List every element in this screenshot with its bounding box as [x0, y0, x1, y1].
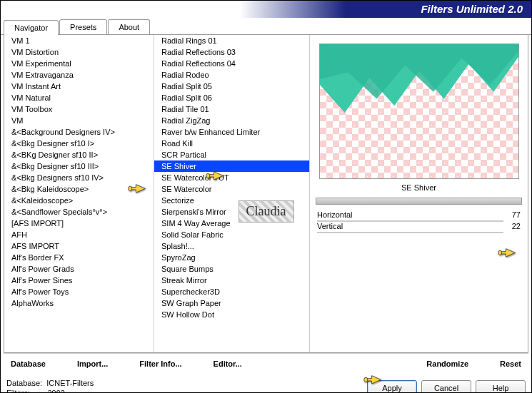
db-value: ICNET-Filters: [46, 379, 94, 387]
tab-strip: Navigator Presets About: [1, 19, 531, 35]
category-item[interactable]: VM Distortion: [4, 46, 154, 58]
category-item[interactable]: &<Bkg Designer sf10 III>: [4, 160, 154, 172]
filters-label: Filters:: [6, 389, 30, 393]
slider-horizontal[interactable]: Horizontal 77: [313, 209, 525, 220]
slider-horizontal-label: Horizontal: [317, 210, 353, 219]
category-item[interactable]: VM Extravaganza: [4, 69, 154, 81]
filter-item[interactable]: Radial Reflections 03: [154, 46, 309, 58]
filter-item[interactable]: Raver b/w Enhanced Limiter: [154, 126, 309, 138]
filter-item[interactable]: Radial Rings 01: [154, 35, 309, 46]
filter-item[interactable]: SE Shiver: [154, 160, 309, 172]
editor-button[interactable]: Editor...: [211, 358, 245, 369]
category-item[interactable]: AlphaWorks: [4, 297, 154, 309]
filter-item[interactable]: SW Graph Paper: [154, 297, 309, 309]
filter-item[interactable]: SE Watercolor TUT: [154, 172, 309, 183]
database-button[interactable]: Database: [8, 358, 49, 369]
category-item[interactable]: Alf's Power Toys: [4, 286, 154, 297]
slider-vertical-value: 22: [512, 222, 521, 230]
category-item[interactable]: VM Toolbox: [4, 103, 154, 115]
randomize-button[interactable]: Randomize: [423, 358, 471, 369]
slider-vertical[interactable]: Vertical 22: [313, 220, 525, 232]
app-title: Filters Unlimited 2.0: [421, 3, 523, 15]
category-item[interactable]: &<Bkg Designers sf10 IV>: [4, 172, 154, 183]
category-item[interactable]: &<Background Designers IV>: [4, 126, 154, 138]
filter-item[interactable]: Radial Reflections 04: [154, 58, 309, 69]
apply-button[interactable]: Apply: [367, 380, 417, 393]
category-item[interactable]: &<Bkg Designer sf10 I>: [4, 138, 154, 149]
filter-item[interactable]: Radial Split 06: [154, 92, 309, 103]
filter-item[interactable]: Streak Mirror: [154, 275, 309, 286]
reset-button[interactable]: Reset: [497, 358, 524, 369]
tab-presets[interactable]: Presets: [59, 19, 107, 34]
title-bar: Filters Unlimited 2.0: [1, 1, 531, 18]
cancel-button[interactable]: Cancel: [421, 380, 471, 393]
filter-item[interactable]: Radial ZigZag: [154, 115, 309, 126]
category-item[interactable]: AFS IMPORT: [4, 240, 154, 252]
tab-navigator[interactable]: Navigator: [4, 20, 59, 35]
filter-item[interactable]: Splash!...: [154, 240, 309, 252]
filters-value: 3992: [47, 389, 64, 393]
filter-info-button[interactable]: Filter Info...: [136, 358, 184, 369]
tab-about[interactable]: About: [108, 19, 150, 34]
help-button[interactable]: Help: [476, 380, 526, 393]
filter-item[interactable]: SW Hollow Dot: [154, 309, 309, 320]
toolbar: Database Import... Filter Info... Editor…: [4, 353, 528, 374]
filter-item[interactable]: Square Bumps: [154, 263, 309, 275]
category-item[interactable]: VM Instant Art: [4, 81, 154, 92]
category-item[interactable]: VM Natural: [4, 92, 154, 103]
filter-item[interactable]: Radial Rodeo: [154, 69, 309, 81]
category-item[interactable]: Alf's Border FX: [4, 252, 154, 263]
filter-item[interactable]: SE Watercolor: [154, 183, 309, 195]
filter-item[interactable]: Road Kill: [154, 138, 309, 149]
category-item[interactable]: VM 1: [4, 35, 154, 46]
filter-item[interactable]: Solid Solar Fabric: [154, 229, 309, 240]
slider-vertical-label: Vertical: [317, 222, 343, 230]
db-label: Database:: [6, 379, 42, 387]
param-header: [316, 198, 522, 205]
category-item[interactable]: VM: [4, 115, 154, 126]
category-item[interactable]: Alf's Power Sines: [4, 275, 154, 286]
current-filter-name: SE Shiver: [313, 179, 525, 196]
slider-horizontal-value: 77: [512, 210, 521, 219]
filter-item[interactable]: SpyroZag: [154, 252, 309, 263]
category-item[interactable]: AFH: [4, 229, 154, 240]
preview-panel: Claudia SE Shiver Horizontal 77 Vertical…: [310, 35, 528, 352]
filter-item[interactable]: Radial Tile 01: [154, 103, 309, 115]
category-list[interactable]: VM 1VM DistortionVM ExperimentalVM Extra…: [4, 35, 154, 352]
filter-item[interactable]: Superchecker3D: [154, 286, 309, 297]
footer: Database: ICNET-Filters Filters: 3992 Ap…: [1, 374, 531, 393]
category-item[interactable]: Alf's Power Grads: [4, 263, 154, 275]
category-item[interactable]: &<BKg Designer sf10 II>: [4, 149, 154, 160]
category-item[interactable]: &<Sandflower Specials°v°>: [4, 206, 154, 218]
category-item[interactable]: &<Bkg Kaleidoscope>: [4, 183, 154, 195]
footer-info: Database: ICNET-Filters Filters: 3992: [6, 378, 94, 393]
filter-item[interactable]: Radial Split 05: [154, 81, 309, 92]
filter-list[interactable]: Radial Rings 01Radial Reflections 03Radi…: [154, 35, 310, 352]
preview-image: [319, 44, 519, 179]
category-item[interactable]: &<Kaleidoscope>: [4, 195, 154, 206]
import-button[interactable]: Import...: [74, 358, 111, 369]
category-item[interactable]: VM Experimental: [4, 58, 154, 69]
filter-item[interactable]: SCR Partical: [154, 149, 309, 160]
category-item[interactable]: [AFS IMPORT]: [4, 218, 154, 229]
